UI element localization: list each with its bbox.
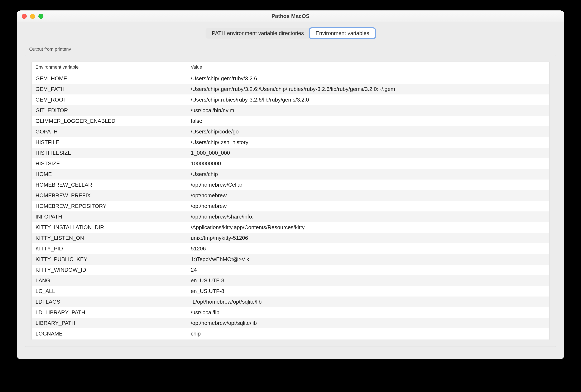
env-table: Environment variable Value GEM_HOME/User… [32,61,550,340]
tab-path-directories[interactable]: PATH environment variable directories [206,28,310,38]
env-name: LC_ALL [32,286,187,297]
table-row[interactable]: KITTY_PUBLIC_KEY1:)TspbVwEhMOt@>Vlk [32,254,549,265]
table-row[interactable]: LD_LIBRARY_PATH/usr/local/lib [32,307,549,318]
traffic-lights [22,14,44,19]
env-name: GEM_PATH [32,84,187,94]
table-row[interactable]: GLIMMER_LOGGER_ENABLEDfalse [32,116,549,126]
table-row[interactable]: LANGen_US.UTF-8 [32,275,549,286]
env-name: HISTSIZE [32,158,187,169]
maximize-icon[interactable] [38,14,44,19]
column-header-value[interactable]: Value [187,61,549,73]
env-name: INFOPATH [32,211,187,222]
titlebar: Pathos MacOS [17,10,564,22]
env-value: /opt/homebrew [187,201,549,211]
table-header: Environment variable Value [32,61,549,73]
table-row[interactable]: GEM_ROOT/Users/chip/.rubies/ruby-3.2.6/l… [32,94,549,105]
table-row[interactable]: KITTY_WINDOW_ID24 [32,265,549,275]
env-name: GLIMMER_LOGGER_ENABLED [32,116,187,126]
env-name: LIBRARY_PATH [32,318,187,328]
env-name: LUA_CPATH [32,339,187,340]
table-row[interactable]: KITTY_PID51206 [32,243,549,254]
env-value: chip [187,328,549,339]
env-value: en_US.UTF-8 [187,286,549,297]
env-name: GOPATH [32,126,187,137]
env-value: /opt/homebrew [187,190,549,201]
table-row[interactable]: KITTY_INSTALLATION_DIR/Applications/kitt… [32,222,549,233]
env-value: /Users/chip/.zsh_history [187,137,549,148]
window-title: Pathos MacOS [21,13,560,19]
env-value: /opt/homebrew/opt/sqlite/lib [187,318,549,328]
env-value: /Users/chip [187,169,549,180]
env-value: en_US.UTF-8 [187,275,549,286]
env-name: GIT_EDITOR [32,105,187,116]
env-name: HOMEBREW_REPOSITORY [32,201,187,211]
table-row[interactable]: GEM_PATH/Users/chip/.gem/ruby/3.2.6:/Use… [32,84,549,94]
table-row[interactable]: GEM_HOME/Users/chip/.gem/ruby/3.2.6 [32,73,549,84]
env-value: /usr/local/bin/nvim [187,105,549,116]
env-value: 51206 [187,243,549,254]
minimize-icon[interactable] [30,14,35,19]
table-row[interactable]: INFOPATH/opt/homebrew/share/info: [32,211,549,222]
env-name: LANG [32,275,187,286]
table-row[interactable]: HOMEBREW_CELLAR/opt/homebrew/Cellar [32,180,549,190]
env-name: LOGNAME [32,328,187,339]
env-value: -L/opt/homebrew/opt/sqlite/lib [187,297,549,307]
env-value: /opt/homebrew/Cellar [187,180,549,190]
env-value: 1:)TspbVwEhMOt@>Vlk [187,254,549,265]
env-value: unix:/tmp/mykitty-51206 [187,233,549,243]
env-value: /Users/chip/.rubies/ruby-3.2.6/lib/ruby/… [187,94,549,105]
env-name: KITTY_PUBLIC_KEY [32,254,187,265]
env-value: /Applications/kitty.app/Contents/Resourc… [187,222,549,233]
table-row[interactable]: LC_ALLen_US.UTF-8 [32,286,549,297]
env-value: /Users/chip/code/go [187,126,549,137]
env-value: 1_000_000_000 [187,148,549,158]
table-row[interactable]: HISTFILESIZE1_000_000_000 [32,148,549,158]
table-row[interactable]: LOGNAMEchip [32,328,549,339]
env-value: /opt/homebrew/share/info: [187,211,549,222]
env-name: KITTY_PID [32,243,187,254]
env-name: HOMEBREW_PREFIX [32,190,187,201]
env-value: /usr/local/lib [187,307,549,318]
table-panel: Environment variable Value GEM_HOME/User… [25,55,556,347]
env-name: HISTFILE [32,137,187,148]
env-value: 1000000000 [187,158,549,169]
table-row[interactable]: GOPATH/Users/chip/code/go [32,126,549,137]
table-row[interactable]: HOMEBREW_REPOSITORY/opt/homebrew [32,201,549,211]
table-row[interactable]: HOME/Users/chip [32,169,549,180]
env-name: KITTY_WINDOW_ID [32,265,187,275]
env-name: HISTFILESIZE [32,148,187,158]
env-name: KITTY_INSTALLATION_DIR [32,222,187,233]
env-value: 24 [187,265,549,275]
table-row[interactable]: GIT_EDITOR/usr/local/bin/nvim [32,105,549,116]
table-body[interactable]: GEM_HOME/Users/chip/.gem/ruby/3.2.6GEM_P… [32,73,549,340]
env-value: /Users/chip/.gem/ruby/3.2.6:/Users/chip/… [187,84,549,94]
env-name: HOMEBREW_CELLAR [32,180,187,190]
env-name: GEM_ROOT [32,94,187,105]
env-name: HOME [32,169,187,180]
env-name: GEM_HOME [32,73,187,84]
output-subtitle: Output from printenv [25,43,556,55]
table-row[interactable]: HISTSIZE1000000000 [32,158,549,169]
table-row[interactable]: KITTY_LISTEN_ONunix:/tmp/mykitty-51206 [32,233,549,243]
table-row[interactable]: LDFLAGS-L/opt/homebrew/opt/sqlite/lib [32,297,549,307]
content-area: Output from printenv Environment variabl… [17,38,564,359]
env-value: /Users/chip/.gem/ruby/3.2.6 [187,73,549,84]
table-row[interactable]: LUA_CPATH/usr/local/lib/lua/5.1/?.so;./?… [32,339,549,340]
table-row[interactable]: LIBRARY_PATH/opt/homebrew/opt/sqlite/lib [32,318,549,328]
app-window: Pathos MacOS PATH environment variable d… [17,10,564,359]
env-value: false [187,116,549,126]
table-row[interactable]: HISTFILE/Users/chip/.zsh_history [32,137,549,148]
close-icon[interactable] [22,14,27,19]
env-value: /usr/local/lib/lua/5.1/?.so;./?.so;/User… [187,339,549,340]
table-row[interactable]: HOMEBREW_PREFIX/opt/homebrew [32,190,549,201]
tab-segmented-control: PATH environment variable directories En… [206,28,376,38]
env-name: LDFLAGS [32,297,187,307]
env-name: KITTY_LISTEN_ON [32,233,187,243]
tab-environment-variables[interactable]: Environment variables [310,28,375,38]
toolbar: PATH environment variable directories En… [17,22,564,38]
column-header-name[interactable]: Environment variable [32,61,187,73]
env-name: LD_LIBRARY_PATH [32,307,187,318]
